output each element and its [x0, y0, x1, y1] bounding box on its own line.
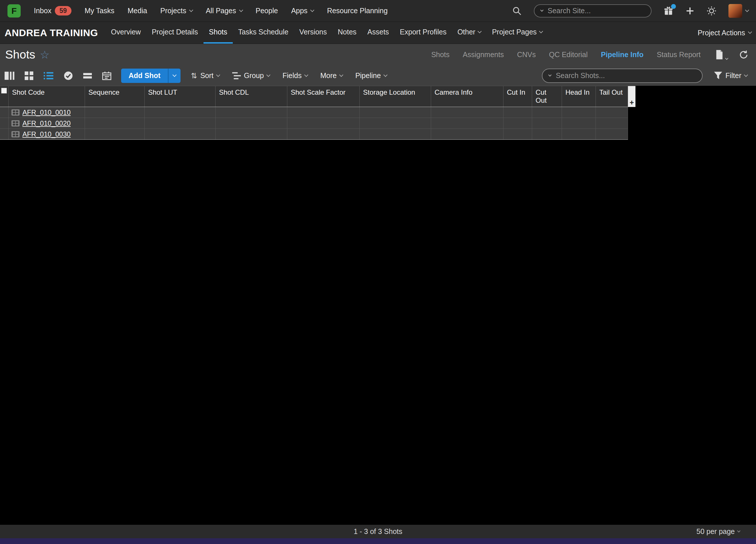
cut-out-cell[interactable] [532, 129, 562, 140]
site-search-box[interactable] [534, 4, 652, 18]
project-tab-other[interactable]: Other [452, 22, 487, 44]
sequence-cell[interactable] [85, 107, 145, 118]
table-row[interactable]: AFR_010_0010 [0, 107, 628, 118]
nav-media[interactable]: Media [128, 7, 147, 15]
project-tab-export-profiles[interactable]: Export Profiles [394, 22, 452, 44]
cut-out-cell[interactable] [532, 118, 562, 129]
calendar-view-icon[interactable] [102, 71, 111, 80]
project-tab-overview[interactable]: Overview [105, 22, 146, 44]
nav-my-tasks[interactable]: My Tasks [85, 7, 115, 15]
columns-view-icon[interactable] [5, 71, 14, 80]
storage-location-cell[interactable] [360, 118, 431, 129]
more-menu[interactable]: More [320, 71, 343, 80]
cut-in-cell[interactable] [503, 129, 532, 140]
page-document-menu[interactable] [716, 50, 728, 59]
camera-info-cell[interactable] [431, 118, 503, 129]
page-tab-pipeline-info[interactable]: Pipeline Info [601, 51, 644, 59]
head-in-cell[interactable] [562, 129, 596, 140]
page-size-selector[interactable]: 50 per page [697, 527, 740, 536]
tail-out-cell[interactable] [596, 129, 628, 140]
add-shot-button[interactable]: Add Shot [121, 69, 181, 83]
project-tab-tasks-schedule[interactable]: Tasks Schedule [233, 22, 294, 44]
nav-all-pages[interactable]: All Pages [206, 7, 243, 15]
shot-code-cell[interactable]: AFR_010_0020 [9, 118, 85, 129]
tail-out-cell[interactable] [596, 107, 628, 118]
flow-logo[interactable]: F [7, 4, 21, 18]
row-select-cell[interactable] [0, 118, 9, 129]
list-view-icon-active[interactable] [44, 72, 53, 80]
column-header-camera-info[interactable]: Camera Info [431, 86, 503, 107]
page-tab-assignments[interactable]: Assignments [463, 51, 504, 59]
column-header-shot-cdl[interactable]: Shot CDL [216, 86, 287, 107]
shot-scale-factor-cell[interactable] [287, 129, 360, 140]
sequence-cell[interactable] [85, 129, 145, 140]
grid-view-icon[interactable] [25, 71, 33, 80]
cut-in-cell[interactable] [503, 118, 532, 129]
site-search-input[interactable] [547, 6, 645, 15]
add-column-button[interactable]: + [628, 86, 635, 107]
rows-view-icon[interactable] [83, 72, 92, 79]
head-in-cell[interactable] [562, 118, 596, 129]
table-row[interactable]: AFR_010_0030 [0, 129, 628, 140]
favorite-star-icon[interactable]: ☆ [40, 49, 50, 60]
head-in-cell[interactable] [562, 107, 596, 118]
column-header-head-in[interactable]: Head In [562, 86, 596, 107]
cut-in-cell[interactable] [503, 107, 532, 118]
shot-cdl-cell[interactable] [216, 129, 287, 140]
shot-scale-factor-cell[interactable] [287, 107, 360, 118]
add-shot-dropdown[interactable] [168, 69, 181, 83]
page-tab-cnvs[interactable]: CNVs [517, 51, 536, 59]
column-header-tail-out[interactable]: Tail Out [596, 86, 628, 107]
nav-projects[interactable]: Projects [160, 7, 193, 15]
shot-scale-factor-cell[interactable] [287, 118, 360, 129]
project-tab-notes[interactable]: Notes [332, 22, 362, 44]
search-scope-chevron-icon[interactable] [548, 73, 552, 76]
nav-inbox[interactable]: Inbox 59 [34, 6, 71, 16]
nav-people[interactable]: People [256, 7, 278, 15]
shots-search-box[interactable] [542, 69, 703, 83]
shot-lut-cell[interactable] [145, 118, 216, 129]
refresh-icon[interactable] [739, 50, 749, 60]
column-header-cut-in[interactable]: Cut In [503, 86, 532, 107]
tail-out-cell[interactable] [596, 118, 628, 129]
nav-apps[interactable]: Apps [291, 7, 314, 15]
shot-cdl-cell[interactable] [216, 118, 287, 129]
fields-menu[interactable]: Fields [282, 71, 308, 80]
column-header-shot-code[interactable]: Shot Code [9, 86, 85, 107]
create-plus-icon[interactable] [685, 6, 695, 16]
shots-search-input[interactable] [555, 71, 696, 80]
page-tab-qc-editorial[interactable]: QC Editorial [549, 51, 588, 59]
page-tab-status-report[interactable]: Status Report [657, 51, 701, 59]
pipeline-menu[interactable]: Pipeline [355, 71, 387, 80]
user-menu[interactable] [728, 4, 749, 18]
filter-button[interactable]: Filter [714, 71, 747, 80]
row-select-cell[interactable] [0, 129, 9, 140]
group-menu[interactable]: Group [232, 71, 270, 80]
project-tab-project-pages[interactable]: Project Pages [486, 22, 548, 44]
shot-code-link[interactable]: AFR_010_0020 [22, 119, 71, 127]
storage-location-cell[interactable] [360, 129, 431, 140]
gift-notifications-icon[interactable] [664, 6, 673, 16]
page-tab-shots[interactable]: Shots [431, 51, 449, 59]
sequence-cell[interactable] [85, 118, 145, 129]
camera-info-cell[interactable] [431, 129, 503, 140]
shot-code-link[interactable]: AFR_010_0030 [22, 130, 71, 138]
project-tab-project-details[interactable]: Project Details [146, 22, 203, 44]
search-scope-chevron-icon[interactable] [540, 8, 543, 11]
shot-lut-cell[interactable] [145, 107, 216, 118]
storage-location-cell[interactable] [360, 107, 431, 118]
project-actions-menu[interactable]: Project Actions [698, 29, 751, 37]
shot-code-cell[interactable]: AFR_010_0010 [9, 107, 85, 118]
project-tab-assets[interactable]: Assets [362, 22, 394, 44]
table-row[interactable]: AFR_010_0020 [0, 118, 628, 129]
column-header-cut-out[interactable]: Cut Out [532, 86, 562, 107]
cut-out-cell[interactable] [532, 107, 562, 118]
shot-code-cell[interactable]: AFR_010_0030 [9, 129, 85, 140]
camera-info-cell[interactable] [431, 107, 503, 118]
column-header-sequence[interactable]: Sequence [85, 86, 145, 107]
row-select-cell[interactable] [0, 107, 9, 118]
select-all-checkbox[interactable] [1, 88, 7, 94]
column-header-shot-lut[interactable]: Shot LUT [145, 86, 216, 107]
theme-brightness-icon[interactable] [707, 6, 716, 16]
column-header-storage-location[interactable]: Storage Location [360, 86, 431, 107]
